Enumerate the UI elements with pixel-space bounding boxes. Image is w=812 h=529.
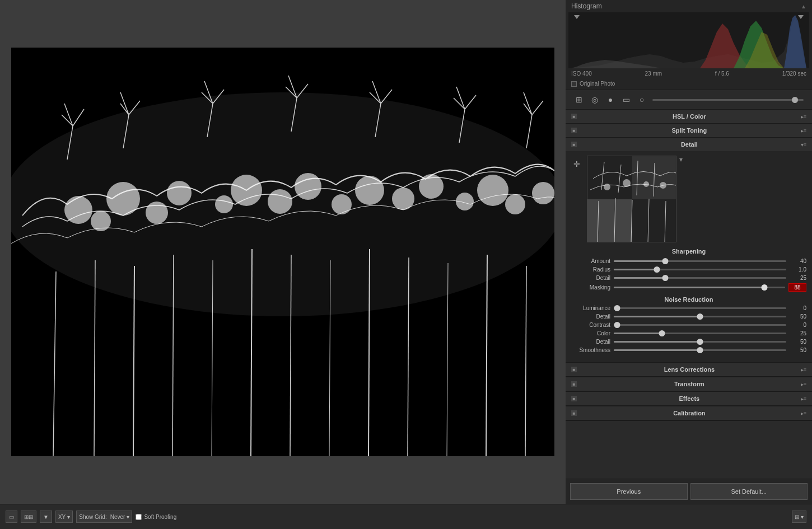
hsl-color-header[interactable]: ■ HSL / Color ▸ ≡ (566, 110, 812, 123)
show-grid-label: Show Grid: (79, 514, 106, 520)
lens-corrections-header[interactable]: ■ Lens Corrections ▸ ≡ (566, 363, 812, 377)
masking-value[interactable]: 88 (788, 283, 806, 292)
lum-detail-track[interactable] (614, 316, 786, 317)
color-track[interactable] (614, 333, 786, 334)
show-grid-value: Never (110, 514, 125, 520)
original-photo-checkbox[interactable] (571, 81, 577, 87)
amount-track[interactable] (614, 260, 786, 262)
svg-point-30 (456, 193, 474, 210)
svg-point-24 (91, 211, 111, 231)
svg-point-17 (167, 181, 192, 205)
luminance-thumb (614, 305, 620, 311)
lens-expand: ≡ (804, 367, 806, 372)
svg-point-26 (215, 195, 233, 213)
ring-icon[interactable]: ○ (634, 93, 650, 106)
color-detail-track[interactable] (614, 341, 786, 343)
svg-point-22 (477, 175, 508, 206)
view-options-dropdown[interactable]: ⊞ ▾ (792, 511, 806, 523)
transform-toggle[interactable]: ■ (571, 381, 577, 387)
view-dropdown[interactable]: ▼ (40, 511, 52, 523)
grid-icon[interactable]: ⊞ (571, 93, 587, 106)
smoothness-track[interactable] (614, 349, 786, 351)
noise-reduction-group: Noise Reduction Luminance 0 Detail (571, 296, 806, 353)
tool-slider[interactable] (652, 99, 804, 101)
detail-value: 25 (790, 275, 806, 281)
forest-image (11, 48, 554, 456)
svg-point-25 (146, 202, 168, 224)
luminance-label: Luminance (571, 305, 610, 311)
panel-scroll[interactable]: ■ HSL / Color ▸ ≡ ■ Split Toning ▸ ≡ ■ (566, 110, 812, 479)
split-toning-expand: ≡ (804, 128, 806, 133)
detail-title: Detail (580, 141, 799, 148)
previous-button[interactable]: Previous (570, 483, 688, 500)
view-single-btn[interactable]: ▭ (6, 511, 17, 523)
histogram-info: ISO 400 23 mm f / 5.6 1/320 sec (566, 68, 812, 79)
split-toning-header[interactable]: ■ Split Toning ▸ ≡ (566, 124, 812, 137)
lens-toggle[interactable]: ■ (571, 367, 577, 372)
masking-track[interactable] (614, 287, 785, 288)
smoothness-thumb (697, 347, 703, 353)
original-photo-row: Original Photo (566, 79, 812, 90)
lum-detail-row: Detail 50 (571, 313, 806, 320)
sharpening-title: Sharpening (571, 248, 806, 255)
luminance-track[interactable] (614, 307, 786, 309)
detail-toggle[interactable]: ■ (571, 142, 577, 147)
contrast-track[interactable] (614, 324, 786, 326)
toolbar-left: ▭ ⊞⊞ ▼ XY ▾ Show Grid: Never ▾ Soft Proo… (6, 511, 176, 523)
detail-track[interactable] (614, 277, 786, 279)
show-grid-dropdown[interactable]: Show Grid: Never ▾ (76, 511, 132, 523)
smoothness-value: 50 (790, 347, 806, 353)
detail-thumb (662, 275, 669, 281)
view-grid-btn[interactable]: ⊞⊞ (21, 511, 36, 523)
focal-info: 23 mm (645, 71, 662, 77)
lum-detail-value: 50 (790, 313, 806, 320)
luminance-row: Luminance 0 (571, 305, 806, 311)
xy-dropdown[interactable]: XY ▾ (55, 511, 73, 523)
detail-row: Detail 25 (571, 275, 806, 281)
split-toning-section: ■ Split Toning ▸ ≡ (566, 124, 812, 138)
color-detail-row: Detail 50 (571, 339, 806, 345)
effects-section: ■ Effects ▸ ≡ (566, 392, 812, 406)
masking-label: Masking (571, 284, 610, 291)
color-fill (614, 333, 662, 334)
photo-container (11, 48, 554, 456)
circle-icon[interactable]: ◎ (587, 93, 603, 106)
split-toning-toggle[interactable]: ■ (571, 128, 577, 133)
crosshair-icon[interactable]: ✛ (571, 158, 582, 170)
soft-proofing-label: Soft Proofing (136, 514, 176, 520)
histogram-chart (568, 12, 809, 68)
detail-options-icon[interactable]: ▾ (679, 156, 683, 163)
detail-expand: ≡ (804, 142, 806, 147)
color-thumb (659, 330, 665, 336)
target-icon[interactable]: ● (603, 93, 618, 106)
transform-section: ■ Transform ▸ ≡ (566, 377, 812, 392)
effects-header[interactable]: ■ Effects ▸ ≡ (566, 392, 812, 406)
hsl-toggle[interactable]: ■ (571, 114, 577, 119)
aperture-info: f / 5.6 (715, 71, 729, 77)
histogram-section: Histogram ▲ (566, 0, 812, 90)
effects-toggle[interactable]: ■ (571, 396, 577, 401)
iso-info: ISO 400 (571, 71, 592, 77)
radius-track[interactable] (614, 269, 786, 270)
calibration-header[interactable]: ■ Calibration ▸ ≡ (566, 406, 812, 420)
transform-header[interactable]: ■ Transform ▸ ≡ (566, 377, 812, 391)
sharpening-group: Sharpening Amount 40 Radius (571, 248, 806, 292)
detail-label: Detail (571, 275, 610, 281)
detail-header[interactable]: ■ Detail ▾ ≡ (566, 138, 812, 151)
set-default-button[interactable]: Set Default... (690, 483, 808, 500)
contrast-thumb (614, 322, 620, 328)
radius-label: Radius (571, 266, 610, 273)
lum-detail-fill (614, 316, 700, 317)
right-panel: Histogram ▲ (566, 0, 812, 504)
color-label: Color (571, 330, 610, 336)
soft-proofing-text: Soft Proofing (144, 514, 176, 520)
xy-label: XY (58, 514, 66, 520)
svg-point-52 (643, 181, 649, 187)
soft-proofing-checkbox[interactable] (136, 514, 142, 520)
svg-point-16 (106, 182, 140, 216)
calibration-toggle[interactable]: ■ (571, 410, 577, 416)
transform-expand: ≡ (804, 381, 806, 387)
square-icon[interactable]: ▭ (618, 93, 634, 106)
amount-label: Amount (571, 258, 610, 264)
masking-row: Masking 88 (571, 283, 806, 292)
